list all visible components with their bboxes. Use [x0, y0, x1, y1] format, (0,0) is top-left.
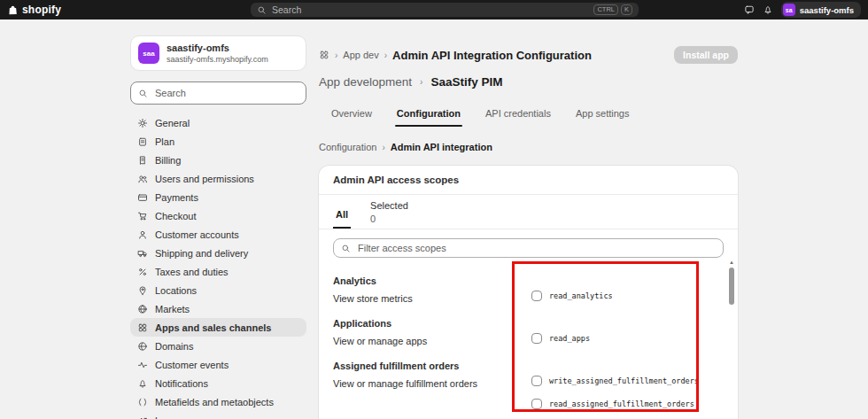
chat-icon — [744, 4, 755, 15]
scope-group-text: AnalyticsView store metrics — [333, 275, 531, 305]
sidebar-item-label: Taxes and duties — [155, 267, 229, 277]
scope-group-applications: ApplicationsView or manage appsread_apps — [319, 311, 738, 353]
tab-selected[interactable]: Selected 0 — [370, 200, 408, 229]
sidebar-item-notifications[interactable]: Notifications — [130, 374, 306, 392]
chat-button[interactable] — [744, 4, 755, 15]
taxes-icon — [137, 267, 148, 277]
scope-filter-tabs: All Selected 0 — [319, 195, 738, 229]
scope-write-assigned-fulfillment-orders[interactable]: write_assigned_fulfillment_orders — [531, 376, 699, 386]
shopify-logo[interactable]: shopify — [7, 4, 61, 16]
scope-group-browsing-behavior: Browsing behavior — [319, 415, 738, 419]
tab-overview[interactable]: Overview — [329, 104, 374, 127]
sidebar-item-apps-and-sales-channels[interactable]: Apps and sales channels — [130, 318, 306, 337]
configuration-link[interactable]: Configuration — [319, 142, 376, 152]
tab-selected-label: Selected — [370, 200, 408, 211]
notifications-button[interactable] — [763, 4, 773, 15]
locations-icon — [137, 285, 148, 296]
search-icon — [341, 244, 351, 253]
sidebar-item-languages[interactable]: Languages — [130, 411, 306, 419]
sidebar-item-plan[interactable]: Plan — [130, 132, 306, 151]
page-title: Admin API Integration Configuration — [392, 49, 592, 62]
sidebar-item-markets[interactable]: Markets — [130, 299, 306, 318]
sidebar-item-shipping-and-delivery[interactable]: Shipping and delivery — [130, 244, 306, 262]
scope-read-apps[interactable]: read_apps — [531, 333, 590, 344]
sidebar-item-label: Plan — [155, 136, 174, 147]
tab-configuration[interactable]: Configuration — [395, 104, 462, 127]
brand-wordmark: shopify — [22, 4, 61, 16]
scope-group-description: View or manage fulfillment orders — [333, 377, 531, 390]
tab-api-credentials[interactable]: API credentials — [484, 104, 553, 127]
app-development-link[interactable]: App development — [319, 75, 412, 89]
sidebar-item-metafields-and-metaobjects[interactable]: Metafields and metaobjects — [130, 392, 306, 411]
sidebar-item-label: Locations — [155, 285, 197, 296]
checkout-icon — [137, 211, 148, 221]
gear-icon — [137, 118, 148, 128]
install-app-button[interactable]: Install app — [674, 46, 738, 64]
sidebar-item-payments[interactable]: Payments — [130, 188, 306, 206]
breadcrumb-app-dev[interactable]: App dev — [343, 50, 378, 60]
search-icon — [138, 89, 148, 98]
store-card[interactable]: saa saastify-omfs saastify-omfs.myshopif… — [130, 35, 306, 71]
sidebar-item-label: Apps and sales channels — [155, 322, 271, 333]
sidebar-search[interactable] — [130, 81, 306, 105]
customer-accounts-icon — [137, 229, 148, 240]
sidebar-item-billing[interactable]: Billing — [130, 151, 306, 169]
store-card-text: saastify-omfs saastify-omfs.myshopify.co… — [167, 43, 268, 64]
settings-sidebar: saa saastify-omfs saastify-omfs.myshopif… — [130, 35, 306, 419]
scope-list: AnalyticsView store metricsread_analytic… — [319, 265, 738, 419]
sidebar-item-taxes-and-duties[interactable]: Taxes and duties — [130, 262, 306, 281]
scope-code-label: read_assigned_fulfillment_orders — [549, 400, 694, 408]
scope-group-name: Assigned fulfillment orders — [333, 360, 531, 372]
scope-group-analytics: AnalyticsView store metricsread_analytic… — [319, 268, 738, 311]
scrollbar-up-arrow[interactable]: ▲ — [729, 260, 734, 266]
store-avatar: saa — [138, 43, 159, 64]
scope-group-name: Analytics — [333, 275, 531, 287]
domains-icon — [137, 341, 148, 352]
sidebar-item-general[interactable]: General — [130, 113, 306, 132]
bag-icon — [7, 4, 19, 16]
sidebar-item-label: Languages — [155, 415, 203, 419]
scope-checkbox[interactable] — [531, 291, 542, 301]
sidebar-search-input[interactable] — [153, 87, 298, 99]
scope-checkbox-column: read_apps — [531, 333, 590, 347]
chevron-icon — [382, 143, 384, 152]
filter-access-scopes-input[interactable] — [356, 242, 716, 254]
sidebar-item-users-and-permissions[interactable]: Users and permissions — [130, 169, 306, 188]
global-search[interactable]: Search CTRL K — [251, 3, 639, 17]
scope-read-analytics[interactable]: read_analytics — [531, 291, 613, 301]
store-domain: saastify-omfs.myshopify.com — [167, 55, 268, 64]
selected-count: 0 — [370, 213, 408, 224]
scrollbar[interactable]: ▲ — [728, 260, 735, 419]
sidebar-item-label: Markets — [155, 304, 190, 314]
tab-app-settings[interactable]: App settings — [574, 104, 632, 127]
sidebar-item-checkout[interactable]: Checkout — [130, 206, 306, 225]
store-chip-label: saastify-omfs — [800, 5, 854, 15]
scrollbar-thumb[interactable] — [729, 268, 734, 305]
scope-checkbox[interactable] — [531, 376, 542, 386]
customer-events-icon — [137, 360, 148, 370]
k-key: K — [621, 4, 632, 15]
breadcrumb-chevron — [335, 50, 337, 60]
sidebar-item-label: Checkout — [155, 211, 196, 221]
scope-checkbox[interactable] — [531, 399, 542, 409]
payments-icon — [137, 192, 148, 203]
scope-group-name: Applications — [333, 317, 531, 330]
sidebar-item-domains[interactable]: Domains — [130, 337, 306, 355]
tab-all[interactable]: All — [333, 205, 351, 229]
apps-icon — [137, 322, 148, 333]
ctrl-key: CTRL — [593, 4, 618, 15]
apps-grid-icon — [319, 50, 329, 60]
scope-checkbox[interactable] — [531, 333, 542, 344]
sidebar-item-customer-events[interactable]: Customer events — [130, 355, 306, 374]
scope-read-assigned-fulfillment-orders[interactable]: read_assigned_fulfillment_orders — [531, 399, 699, 409]
sidebar-item-customer-accounts[interactable]: Customer accounts — [130, 225, 306, 244]
store-menu-chip[interactable]: sa saastify-omfs — [781, 2, 861, 18]
sidebar-item-locations[interactable]: Locations — [130, 281, 306, 299]
search-icon — [257, 5, 267, 15]
global-search-placeholder: Search — [272, 4, 588, 15]
filter-access-scopes[interactable] — [333, 238, 724, 258]
sidebar-item-label: Payments — [155, 192, 198, 203]
users-icon — [137, 174, 148, 184]
app-tabs: OverviewConfigurationAPI credentialsApp … — [319, 104, 738, 127]
sidebar-item-label: Metafields and metaobjects — [155, 397, 274, 407]
